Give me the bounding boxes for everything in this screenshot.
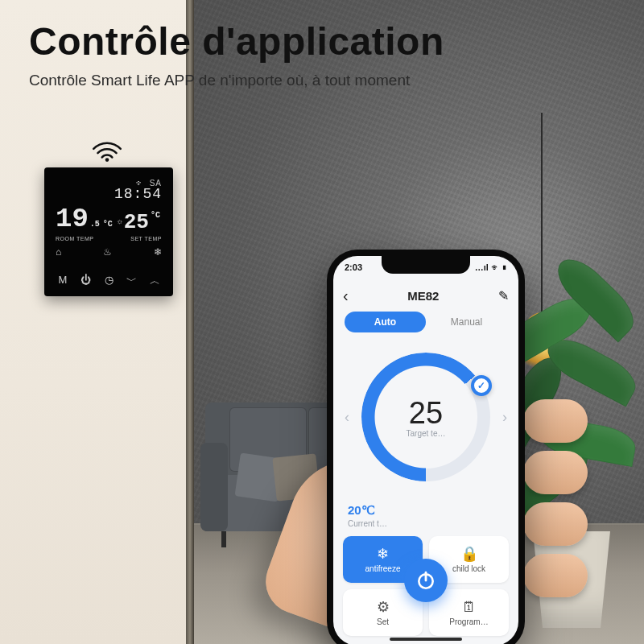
- wifi-icon: [90, 137, 124, 163]
- temp-decrease[interactable]: ‹: [340, 404, 354, 431]
- thermostat-clock-button[interactable]: ◷: [101, 274, 116, 288]
- calendar-icon: 🗓: [462, 600, 477, 614]
- headline-title: Contrôle d'application: [29, 19, 628, 64]
- sun-icon: ☼: [118, 218, 122, 226]
- target-temp-label: Target te…: [407, 429, 446, 438]
- svg-point-0: [105, 158, 109, 162]
- tile-program-label: Program…: [449, 617, 488, 626]
- set-temp-label: SET TEMP: [130, 236, 162, 242]
- current-temp-label: Current t…: [348, 519, 504, 528]
- set-temp-value: 25: [124, 212, 149, 233]
- tile-set-label: Set: [377, 617, 389, 626]
- headline-block: Contrôle d'application Contrôle Smart Li…: [29, 19, 628, 89]
- tile-antifreeze-label: antifreeze: [365, 564, 401, 573]
- temp-increase[interactable]: ›: [497, 404, 512, 431]
- wall-corner: [186, 0, 194, 644]
- snow-icon: ❄: [154, 246, 162, 258]
- thermostat-menu-button[interactable]: M: [56, 274, 70, 288]
- lock-icon: 🔒: [460, 547, 478, 561]
- thermostat-time: 18:54: [56, 186, 162, 202]
- mode-icon: ⌂: [56, 246, 61, 258]
- beige-wall: [0, 0, 189, 644]
- phone-notch: [382, 256, 470, 274]
- scene-backdrop: [0, 0, 644, 644]
- room-temp-unit: °C: [103, 220, 113, 229]
- home-indicator[interactable]: [390, 638, 462, 641]
- thermostat-day: SA: [150, 179, 162, 188]
- current-temp-block: 20℃ Current t…: [333, 502, 518, 536]
- set-temp-unit: °C: [151, 212, 160, 220]
- thermostat-down-button[interactable]: ﹀: [125, 274, 139, 288]
- power-button[interactable]: [404, 559, 448, 602]
- thermostat-device: ᯤ SA 18:54 19.5°C ☼ 25°C ROOM TEMP SET T…: [44, 167, 173, 296]
- temperature-dial[interactable]: 25 Target te…: [361, 353, 490, 481]
- room-temp-value: 19: [56, 204, 89, 234]
- edit-button[interactable]: ✎: [498, 288, 509, 303]
- app-header: ‹ ME82 ✎: [333, 283, 518, 312]
- thermostat-power-button[interactable]: ⏻: [79, 274, 93, 288]
- room-temp-decimal: .5: [90, 220, 100, 229]
- thermostat-up-button[interactable]: ︿: [147, 274, 162, 288]
- smartphone: 2:03 …ıl ᯤ ▮ ‹ ME82 ✎ Auto Manual ‹: [327, 250, 525, 644]
- power-icon: [415, 570, 436, 591]
- status-icons: …ıl ᯤ ▮: [475, 262, 507, 272]
- app-title: ME82: [407, 289, 439, 303]
- flame-icon: ♨: [103, 246, 112, 258]
- gear-icon: ⚙: [377, 600, 390, 614]
- snowflake-icon: ❄: [377, 547, 389, 561]
- headline-subtitle: Contrôle Smart Life APP de n'importe où,…: [29, 72, 628, 89]
- room-temp-label: ROOM TEMP: [56, 236, 94, 242]
- mode-manual[interactable]: Manual: [426, 312, 507, 332]
- target-temp-value: 25: [409, 396, 443, 431]
- back-button[interactable]: ‹: [343, 287, 349, 305]
- mode-auto[interactable]: Auto: [345, 312, 426, 332]
- tile-childlock-label: child lock: [452, 564, 485, 573]
- tile-program[interactable]: 🗓 Program…: [429, 589, 509, 636]
- app-screen: ‹ ME82 ✎ Auto Manual ‹ 25: [333, 256, 518, 644]
- current-temp-value: 20℃: [348, 503, 504, 518]
- status-time: 2:03: [345, 262, 362, 272]
- mode-toggle: Auto Manual: [333, 312, 518, 332]
